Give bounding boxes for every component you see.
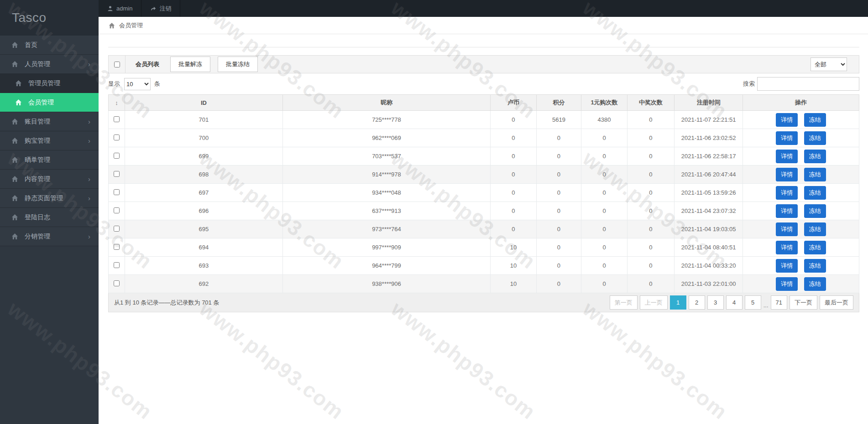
freeze-button[interactable]: 冻结 [804,277,826,291]
home-icon [11,214,19,221]
cell-coin: 0 [491,202,536,220]
main-content: 会员列表 批量解冻 批量冻结 全部 显示 10 条 搜索 [99,34,868,424]
select-all-checkbox[interactable] [114,62,120,67]
cell-id: 692 [125,275,282,293]
page-button[interactable]: 2 [689,295,705,310]
sidebar-item[interactable]: 晒单管理 [0,150,99,170]
cell-points: 5619 [536,111,581,129]
batch-freeze-button[interactable]: 批量冻结 [218,57,258,72]
sidebar-item[interactable]: 首页 [0,36,99,55]
page-button[interactable]: 最后一页 [820,295,853,310]
page-button[interactable]: 1 [670,295,686,310]
page-button[interactable]: 3 [707,295,724,310]
sidebar-item[interactable]: 登陆日志 [0,208,99,227]
row-checkbox[interactable] [114,153,120,159]
page-button[interactable]: 4 [726,295,743,310]
col-header-id: ID [125,95,282,111]
row-checkbox[interactable] [114,189,120,195]
page-button[interactable]: 下一页 [790,295,817,310]
cell-coin: 0 [491,220,536,238]
cell-nick: 973****764 [282,220,491,238]
detail-button[interactable]: 详情 [776,241,798,254]
detail-button[interactable]: 详情 [776,168,798,181]
pagination: 第一页 上一页 1 2 3 4 5 ... 71 下一页 最后一页 [607,295,853,310]
detail-button[interactable]: 详情 [776,131,798,145]
detail-button[interactable]: 详情 [776,204,798,218]
home-icon [11,233,19,240]
sidebar-item-label: 购宝管理 [25,137,50,145]
sidebar-item[interactable]: 账目管理 › [0,112,99,131]
table-row: 694 997****909 10 0 0 0 2021-11-04 08:40… [109,238,859,257]
row-checkbox[interactable] [114,116,120,122]
cell-points: 0 [536,238,581,257]
detail-button[interactable]: 详情 [776,277,798,291]
show-label: 显示 [108,80,120,88]
cell-win-count: 0 [627,275,675,293]
detail-button[interactable]: 详情 [776,259,798,273]
sidebar-item[interactable]: 静态页面管理 › [0,189,99,208]
home-icon [11,137,19,145]
cell-coin: 10 [491,238,536,257]
sidebar-item[interactable]: 人员管理 › [0,55,99,74]
table-row: 698 914****978 0 0 0 0 2021-11-06 20:47:… [109,165,859,184]
topbar-username: admin [116,5,132,12]
sidebar-item[interactable]: 管理员管理 [0,74,99,93]
page-size-select[interactable]: 10 [124,78,151,90]
sidebar-item[interactable]: 分销管理 › [0,227,99,246]
cell-register-time: 2021-11-05 13:59:26 [675,184,743,202]
batch-unfreeze-button[interactable]: 批量解冻 [170,57,210,72]
home-icon [11,41,19,49]
page-button[interactable]: 上一页 [640,295,668,310]
topbar: admin 注销 [99,0,868,17]
sidebar-item[interactable]: 内容管理 › [0,170,99,189]
row-checkbox[interactable] [114,262,120,268]
cell-id: 698 [125,165,282,184]
freeze-button[interactable]: 冻结 [804,131,826,145]
table-controls: 显示 10 条 搜索 [108,73,859,94]
table-row: 701 725****778 0 5619 4380 0 2021-11-07 … [109,111,859,129]
page-button[interactable]: 5 [745,295,761,310]
row-checkbox[interactable] [114,134,120,140]
row-checkbox[interactable] [114,244,120,250]
sidebar-item[interactable]: 会员管理 [0,93,99,112]
row-checkbox[interactable] [114,280,120,286]
sidebar-item-label: 内容管理 [25,175,50,183]
freeze-button[interactable]: 冻结 [804,113,826,127]
cell-win-count: 0 [627,184,675,202]
freeze-button[interactable]: 冻结 [804,168,826,181]
freeze-button[interactable]: 冻结 [804,259,826,273]
freeze-button[interactable]: 冻结 [804,241,826,254]
row-checkbox[interactable] [114,171,120,177]
table-row: 695 973****764 0 0 0 0 2021-11-04 19:03:… [109,220,859,238]
row-checkbox[interactable] [114,226,120,232]
home-icon [11,61,19,68]
topbar-user[interactable]: admin [99,0,141,17]
cell-nick: 703****537 [282,147,491,165]
page-button[interactable]: 71 [771,295,787,310]
search-input[interactable] [757,77,859,91]
sidebar-item[interactable]: 购宝管理 › [0,131,99,150]
cell-points: 0 [536,275,581,293]
row-checkbox[interactable] [114,207,120,213]
cell-points: 0 [536,165,581,184]
detail-button[interactable]: 详情 [776,186,798,200]
home-icon [11,195,19,202]
freeze-button[interactable]: 冻结 [804,150,826,163]
cell-points: 0 [536,184,581,202]
page-button[interactable]: 第一页 [610,295,638,310]
member-panel: 会员列表 批量解冻 批量冻结 全部 显示 10 条 搜索 [108,55,859,312]
freeze-button[interactable]: 冻结 [804,222,826,236]
freeze-button[interactable]: 冻结 [804,204,826,218]
status-filter-select[interactable]: 全部 [810,57,847,71]
detail-button[interactable]: 详情 [776,222,798,236]
logout-button[interactable]: 注销 [141,0,180,17]
cell-coin: 0 [491,147,536,165]
detail-button[interactable]: 详情 [776,113,798,127]
sort-icon[interactable]: ↕ [115,99,118,106]
freeze-button[interactable]: 冻结 [804,186,826,200]
chevron-right-icon: › [88,61,90,67]
divider [108,47,859,47]
detail-button[interactable]: 详情 [776,150,798,163]
col-header-nick: 昵称 [282,95,491,111]
cell-id: 694 [125,238,282,257]
